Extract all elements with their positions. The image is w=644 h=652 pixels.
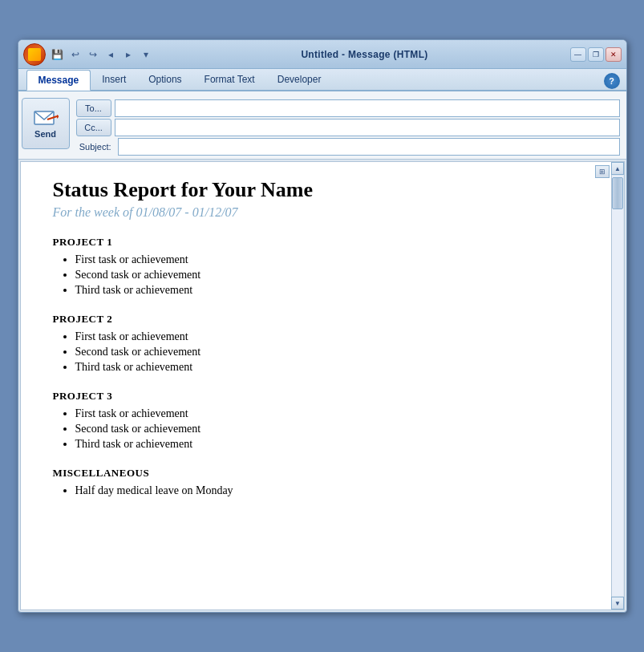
close-button[interactable]: ✕ (606, 47, 622, 62)
email-subtitle: For the week of 01/08/07 - 01/12/07 (53, 205, 587, 220)
project-3-tasks: First task or achievement Second task or… (53, 407, 587, 451)
email-header-area: Send To... Cc... Subject: (18, 91, 626, 160)
window-title: Untitled - Message (HTML) (160, 49, 570, 60)
quick-access-dropdown[interactable]: ▾ (139, 47, 153, 62)
email-title: Status Report for Your Name (53, 178, 587, 202)
send-button[interactable]: Send (22, 98, 70, 149)
misc-tasks: Half day medical leave on Monday (53, 484, 587, 497)
list-item: Half day medical leave on Monday (75, 484, 587, 497)
list-item: First task or achievement (75, 253, 587, 266)
back-button[interactable]: ◂ (103, 47, 118, 62)
ribbon-tabs-row: Message Insert Options Format Text Devel… (18, 69, 626, 90)
tab-insert[interactable]: Insert (91, 70, 137, 91)
to-button[interactable]: To... (76, 99, 111, 117)
tab-developer[interactable]: Developer (266, 70, 333, 91)
quick-access-toolbar: 💾 ↩ ↪ ◂ ▸ ▾ (51, 47, 153, 62)
project-section-3: PROJECT 3 First task or achievement Seco… (53, 390, 587, 451)
svg-marker-2 (57, 115, 59, 119)
tab-format-text[interactable]: Format Text (193, 70, 266, 91)
subject-label: Subject: (76, 142, 111, 152)
project-section-misc: MISCELLANEOUS Half day medical leave on … (53, 467, 587, 497)
window-controls: — ❐ ✕ (570, 47, 622, 62)
outlook-window: 💾 ↩ ↪ ◂ ▸ ▾ Untitled - Message (HTML) — … (18, 39, 627, 613)
project-1-heading: PROJECT 1 (53, 236, 587, 249)
cc-input[interactable] (115, 119, 620, 136)
list-item: Third task or achievement (75, 361, 587, 374)
to-input[interactable] (115, 99, 620, 117)
list-item: Third task or achievement (75, 284, 587, 297)
subject-input[interactable] (118, 138, 620, 156)
send-icon (33, 108, 59, 128)
cc-button[interactable]: Cc... (76, 119, 111, 136)
title-bar: 💾 ↩ ↪ ◂ ▸ ▾ Untitled - Message (HTML) — … (18, 40, 626, 69)
ribbon-tabs: Message Insert Options Format Text Devel… (18, 69, 341, 90)
tab-message[interactable]: Message (26, 70, 91, 91)
project-section-2: PROJECT 2 First task or achievement Seco… (53, 313, 587, 374)
list-item: Second task or achievement (75, 423, 587, 435)
list-item: Second task or achievement (75, 346, 587, 358)
misc-heading: MISCELLANEOUS (53, 467, 587, 480)
scroll-down-button[interactable]: ▼ (611, 597, 624, 609)
office-button[interactable] (23, 43, 46, 66)
redo-button[interactable]: ↪ (86, 47, 100, 62)
forward-button[interactable]: ▸ (121, 47, 136, 62)
send-label: Send (34, 129, 56, 139)
ribbon: Message Insert Options Format Text Devel… (18, 69, 626, 91)
list-item: Third task or achievement (75, 438, 587, 451)
project-2-heading: PROJECT 2 (53, 313, 587, 326)
subject-row: Subject: (76, 138, 620, 156)
body-area: ⊞ Status Report for Your Name For the we… (20, 161, 625, 610)
scroll-up-button[interactable]: ▲ (611, 162, 624, 175)
cc-row: Cc... (76, 119, 620, 136)
list-item: First task or achievement (75, 407, 587, 420)
list-item: First task or achievement (75, 330, 587, 343)
restore-button[interactable]: ❐ (588, 47, 604, 62)
project-2-tasks: First task or achievement Second task or… (53, 330, 587, 374)
vertical-scrollbar: ▲ ▼ (611, 162, 624, 609)
scroll-thumb[interactable] (612, 177, 623, 209)
project-1-tasks: First task or achievement Second task or… (53, 253, 587, 297)
office-logo-icon (28, 48, 41, 61)
fields-area: To... Cc... Subject: (76, 95, 626, 156)
list-item: Second task or achievement (75, 269, 587, 281)
undo-button[interactable]: ↩ (68, 47, 83, 62)
minimize-button[interactable]: — (570, 47, 586, 62)
tab-options[interactable]: Options (137, 70, 192, 91)
message-content[interactable]: Status Report for Your Name For the week… (21, 162, 611, 609)
project-section-1: PROJECT 1 First task or achievement Seco… (53, 236, 587, 297)
project-3-heading: PROJECT 3 (53, 390, 587, 403)
save-button[interactable]: 💾 (51, 47, 65, 62)
help-button[interactable]: ? (604, 73, 620, 89)
scroll-track[interactable] (612, 176, 623, 596)
format-icon[interactable]: ⊞ (595, 165, 610, 178)
to-row: To... (76, 99, 620, 117)
